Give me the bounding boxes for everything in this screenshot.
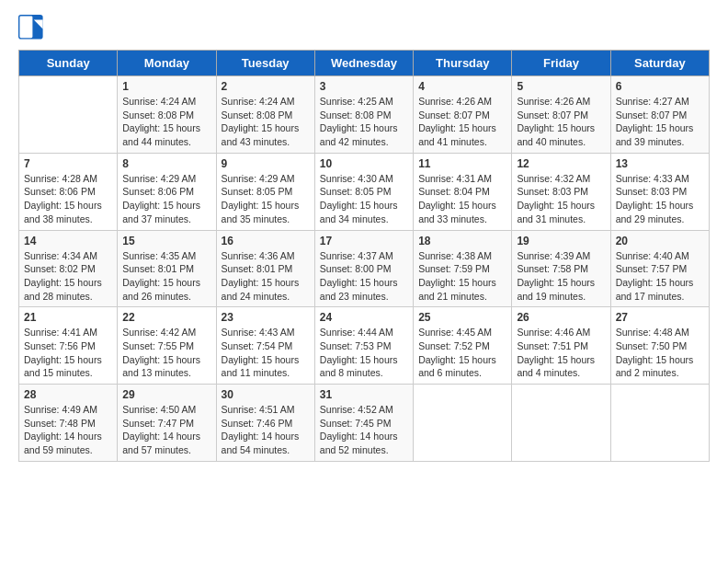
day-number: 1	[122, 80, 210, 93]
day-number: 3	[320, 80, 408, 93]
header-row: SundayMondayTuesdayWednesdayThursdayFrid…	[19, 51, 710, 76]
day-number: 30	[222, 388, 310, 401]
week-row-4: 21Sunrise: 4:41 AM Sunset: 7:56 PM Dayli…	[19, 307, 710, 385]
col-header-thursday: Thursday	[414, 51, 512, 76]
calendar-cell: 23Sunrise: 4:43 AM Sunset: 7:54 PM Dayli…	[216, 307, 314, 385]
day-number: 15	[122, 235, 210, 247]
calendar-cell: 10Sunrise: 4:30 AM Sunset: 8:05 PM Dayli…	[314, 153, 413, 230]
day-number: 23	[222, 311, 310, 324]
day-info: Sunrise: 4:46 AM Sunset: 7:51 PM Dayligh…	[517, 326, 605, 380]
header	[18, 15, 710, 40]
col-header-saturday: Saturday	[610, 51, 709, 76]
day-info: Sunrise: 4:26 AM Sunset: 8:07 PM Dayligh…	[418, 95, 506, 149]
day-number: 11	[418, 157, 506, 170]
day-info: Sunrise: 4:52 AM Sunset: 7:45 PM Dayligh…	[320, 403, 408, 457]
day-info: Sunrise: 4:39 AM Sunset: 7:58 PM Dayligh…	[517, 249, 605, 304]
day-number: 24	[320, 311, 408, 324]
calendar-cell: 21Sunrise: 4:41 AM Sunset: 7:56 PM Dayli…	[19, 307, 118, 385]
day-info: Sunrise: 4:50 AM Sunset: 7:47 PM Dayligh…	[122, 403, 210, 457]
col-header-wednesday: Wednesday	[314, 51, 413, 76]
day-number: 26	[517, 311, 605, 324]
calendar-cell: 24Sunrise: 4:44 AM Sunset: 7:53 PM Dayli…	[314, 307, 413, 385]
day-number: 2	[222, 80, 310, 93]
calendar-cell: 7Sunrise: 4:28 AM Sunset: 8:06 PM Daylig…	[19, 153, 118, 230]
day-info: Sunrise: 4:27 AM Sunset: 8:07 PM Dayligh…	[616, 95, 704, 149]
col-header-friday: Friday	[512, 51, 610, 76]
calendar-cell: 2Sunrise: 4:24 AM Sunset: 8:08 PM Daylig…	[216, 76, 314, 154]
calendar-cell: 6Sunrise: 4:27 AM Sunset: 8:07 PM Daylig…	[610, 76, 709, 154]
calendar-cell: 27Sunrise: 4:48 AM Sunset: 7:50 PM Dayli…	[610, 307, 709, 385]
day-number: 21	[24, 311, 112, 324]
logo-icon	[18, 15, 44, 40]
day-number: 27	[616, 311, 704, 324]
day-info: Sunrise: 4:45 AM Sunset: 7:52 PM Dayligh…	[418, 326, 506, 380]
day-info: Sunrise: 4:35 AM Sunset: 8:01 PM Dayligh…	[122, 249, 210, 304]
day-number: 5	[517, 80, 605, 93]
calendar-cell: 13Sunrise: 4:33 AM Sunset: 8:03 PM Dayli…	[610, 153, 709, 230]
day-info: Sunrise: 4:32 AM Sunset: 8:03 PM Dayligh…	[517, 172, 605, 226]
day-number: 9	[222, 157, 310, 170]
day-info: Sunrise: 4:28 AM Sunset: 8:06 PM Dayligh…	[24, 172, 112, 226]
day-number: 8	[122, 157, 210, 170]
day-info: Sunrise: 4:29 AM Sunset: 8:05 PM Dayligh…	[222, 172, 310, 226]
calendar-cell: 1Sunrise: 4:24 AM Sunset: 8:08 PM Daylig…	[118, 76, 216, 154]
day-info: Sunrise: 4:42 AM Sunset: 7:55 PM Dayligh…	[122, 326, 210, 380]
day-number: 7	[24, 157, 112, 170]
calendar-cell: 17Sunrise: 4:37 AM Sunset: 8:00 PM Dayli…	[314, 230, 413, 307]
calendar-cell	[610, 385, 709, 462]
logo	[18, 15, 48, 40]
calendar-cell: 22Sunrise: 4:42 AM Sunset: 7:55 PM Dayli…	[118, 307, 216, 385]
col-header-tuesday: Tuesday	[216, 51, 314, 76]
page: SundayMondayTuesdayWednesdayThursdayFrid…	[0, 0, 728, 477]
calendar-cell: 4Sunrise: 4:26 AM Sunset: 8:07 PM Daylig…	[414, 76, 512, 154]
calendar-cell: 9Sunrise: 4:29 AM Sunset: 8:05 PM Daylig…	[216, 153, 314, 230]
day-number: 4	[418, 80, 506, 93]
day-number: 6	[616, 80, 704, 93]
calendar-cell: 5Sunrise: 4:26 AM Sunset: 8:07 PM Daylig…	[512, 76, 610, 154]
day-number: 28	[24, 388, 112, 401]
day-number: 22	[122, 311, 210, 324]
day-info: Sunrise: 4:31 AM Sunset: 8:04 PM Dayligh…	[418, 172, 506, 226]
calendar-cell: 31Sunrise: 4:52 AM Sunset: 7:45 PM Dayli…	[314, 385, 413, 462]
day-info: Sunrise: 4:33 AM Sunset: 8:03 PM Dayligh…	[616, 172, 704, 226]
day-info: Sunrise: 4:49 AM Sunset: 7:48 PM Dayligh…	[24, 403, 112, 457]
day-info: Sunrise: 4:24 AM Sunset: 8:08 PM Dayligh…	[222, 95, 310, 149]
calendar-cell: 3Sunrise: 4:25 AM Sunset: 8:08 PM Daylig…	[314, 76, 413, 154]
day-info: Sunrise: 4:40 AM Sunset: 7:57 PM Dayligh…	[616, 249, 704, 304]
calendar-cell: 29Sunrise: 4:50 AM Sunset: 7:47 PM Dayli…	[118, 385, 216, 462]
calendar-cell: 11Sunrise: 4:31 AM Sunset: 8:04 PM Dayli…	[414, 153, 512, 230]
day-info: Sunrise: 4:38 AM Sunset: 7:59 PM Dayligh…	[418, 249, 506, 304]
day-number: 12	[517, 157, 605, 170]
col-header-monday: Monday	[118, 51, 216, 76]
calendar-cell: 26Sunrise: 4:46 AM Sunset: 7:51 PM Dayli…	[512, 307, 610, 385]
calendar-cell: 19Sunrise: 4:39 AM Sunset: 7:58 PM Dayli…	[512, 230, 610, 307]
day-number: 31	[320, 388, 408, 401]
day-info: Sunrise: 4:44 AM Sunset: 7:53 PM Dayligh…	[320, 326, 408, 380]
calendar-cell: 30Sunrise: 4:51 AM Sunset: 7:46 PM Dayli…	[216, 385, 314, 462]
calendar-cell: 28Sunrise: 4:49 AM Sunset: 7:48 PM Dayli…	[19, 385, 118, 462]
calendar-cell: 12Sunrise: 4:32 AM Sunset: 8:03 PM Dayli…	[512, 153, 610, 230]
day-info: Sunrise: 4:36 AM Sunset: 8:01 PM Dayligh…	[222, 249, 310, 304]
day-info: Sunrise: 4:37 AM Sunset: 8:00 PM Dayligh…	[320, 249, 408, 304]
calendar-cell	[512, 385, 610, 462]
day-number: 18	[418, 235, 506, 247]
col-header-sunday: Sunday	[19, 51, 118, 76]
day-info: Sunrise: 4:30 AM Sunset: 8:05 PM Dayligh…	[320, 172, 408, 226]
day-info: Sunrise: 4:51 AM Sunset: 7:46 PM Dayligh…	[222, 403, 310, 457]
svg-rect-2	[19, 16, 32, 38]
day-number: 25	[418, 311, 506, 324]
week-row-2: 7Sunrise: 4:28 AM Sunset: 8:06 PM Daylig…	[19, 153, 710, 230]
day-number: 17	[320, 235, 408, 247]
calendar-table: SundayMondayTuesdayWednesdayThursdayFrid…	[18, 50, 710, 462]
day-number: 20	[616, 235, 704, 247]
day-number: 19	[517, 235, 605, 247]
day-number: 16	[222, 235, 310, 247]
day-number: 13	[616, 157, 704, 170]
day-info: Sunrise: 4:24 AM Sunset: 8:08 PM Dayligh…	[122, 95, 210, 149]
calendar-cell: 15Sunrise: 4:35 AM Sunset: 8:01 PM Dayli…	[118, 230, 216, 307]
calendar-cell: 18Sunrise: 4:38 AM Sunset: 7:59 PM Dayli…	[414, 230, 512, 307]
day-number: 29	[122, 388, 210, 401]
calendar-cell: 20Sunrise: 4:40 AM Sunset: 7:57 PM Dayli…	[610, 230, 709, 307]
day-info: Sunrise: 4:29 AM Sunset: 8:06 PM Dayligh…	[122, 172, 210, 226]
calendar-cell: 16Sunrise: 4:36 AM Sunset: 8:01 PM Dayli…	[216, 230, 314, 307]
